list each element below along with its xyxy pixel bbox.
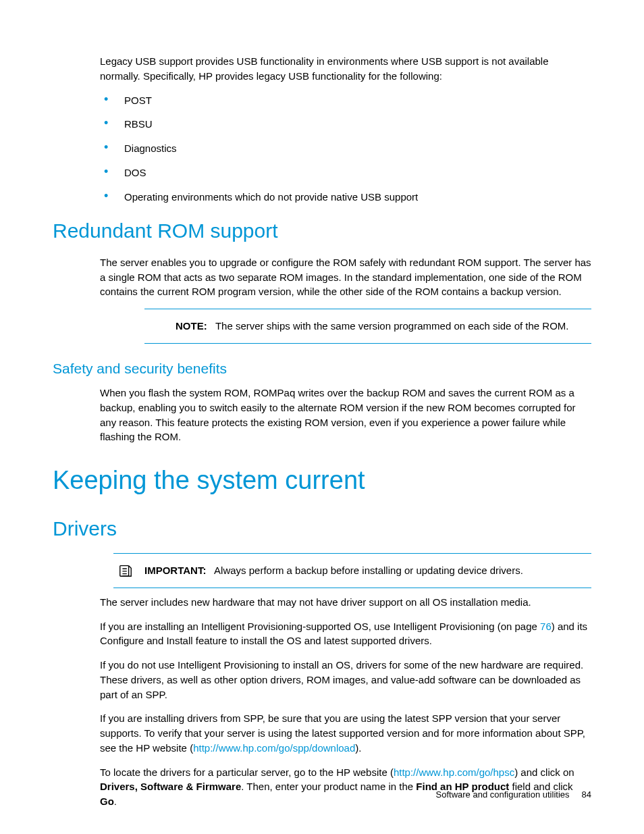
footer-section-label: Software and configuration utilities [436, 789, 570, 802]
text-span: If you are installing an Intelligent Pro… [100, 621, 540, 632]
important-spacer [209, 565, 215, 576]
bold-text: Go [100, 796, 114, 807]
drivers-p3: If you do not use Intelligent Provisioni… [100, 658, 591, 702]
text-span: ) and click on [514, 766, 574, 778]
spp-download-link[interactable]: http://www.hp.com/go/spp/download [193, 742, 355, 754]
important-text: IMPORTANT: Always perform a backup befor… [144, 563, 589, 578]
note-body [210, 320, 215, 332]
list-item: POST [100, 93, 591, 108]
list-item: RBSU [100, 117, 591, 132]
drivers-p5: To locate the drivers for a particular s… [100, 765, 591, 809]
important-icon [116, 563, 135, 578]
text-span: ). [355, 742, 361, 754]
heading-keeping-current: Keeping the system current [53, 462, 591, 499]
important-body: Always perform a backup before installin… [214, 565, 523, 576]
note-callout: NOTE: The server ships with the same ver… [144, 309, 591, 344]
bold-text: Drivers, Software & Firmware [100, 781, 241, 792]
hpsc-link[interactable]: http://www.hp.com/go/hpsc [394, 766, 514, 778]
text-span: . [114, 796, 117, 807]
heading-safety: Safety and security benefits [53, 359, 591, 379]
safety-paragraph: When you flash the system ROM, ROMPaq wr… [100, 386, 591, 444]
drivers-p2: If you are installing an Intelligent Pro… [100, 619, 591, 649]
drivers-p1: The server includes new hardware that ma… [100, 595, 591, 610]
list-item: Diagnostics [100, 141, 591, 156]
heading-redundant-rom: Redundant ROM support [53, 216, 591, 246]
note-body-text: The server ships with the same version p… [215, 320, 569, 332]
list-item: Operating environments which do not prov… [100, 190, 591, 205]
footer-page-number: 84 [582, 789, 591, 802]
intro-paragraph: Legacy USB support provides USB function… [100, 54, 591, 84]
important-label: IMPORTANT: [144, 565, 206, 576]
page-ref-link[interactable]: 76 [540, 621, 552, 632]
note-label: NOTE: [176, 320, 207, 332]
note-text: NOTE: The server ships with the same ver… [176, 319, 589, 334]
text-span: . Then, enter your product name in the [241, 781, 416, 792]
heading-drivers: Drivers [53, 514, 591, 544]
text-span: To locate the drivers for a particular s… [100, 766, 394, 778]
drivers-p4: If you are installing drivers from SPP, … [100, 711, 591, 755]
list-item: DOS [100, 165, 591, 180]
important-callout: IMPORTANT: Always perform a backup befor… [113, 553, 591, 588]
redundant-rom-paragraph: The server enables you to upgrade or con… [100, 255, 591, 299]
intro-bullet-list: POST RBSU Diagnostics DOS Operating envi… [100, 93, 591, 205]
page-footer: Software and configuration utilities 84 [436, 789, 591, 802]
